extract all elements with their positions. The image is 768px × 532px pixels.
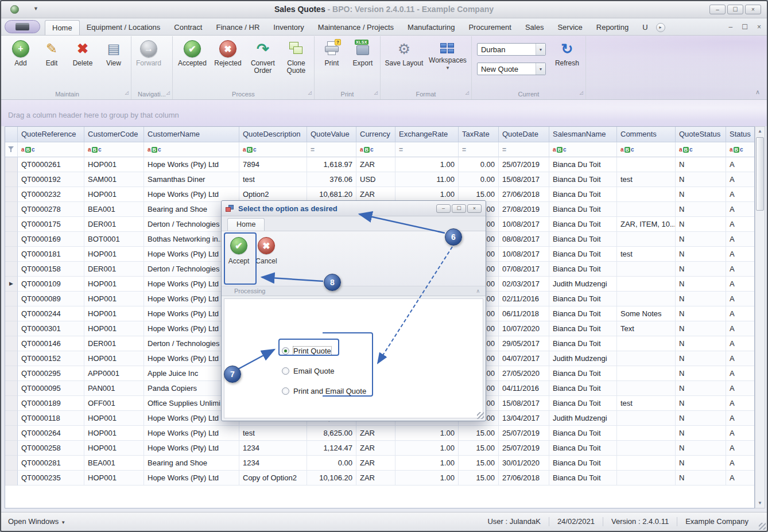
cancel-button[interactable]: ✖ Cancel — [253, 234, 280, 282]
scroll-down-icon[interactable]: ▼ — [755, 499, 765, 508]
grid-cell[interactable]: 15/08/2017 — [499, 396, 549, 411]
grid-cell[interactable]: QT0000118 — [18, 411, 84, 426]
table-row[interactable]: QT0000258HOP001Hope Works (Pty) Ltd12341… — [5, 441, 754, 456]
grid-cell[interactable]: N — [676, 306, 726, 321]
grid-cell[interactable]: QT0000152 — [18, 351, 84, 366]
tab-contract[interactable]: Contract — [167, 20, 209, 35]
grid-cell[interactable]: Bianca Du Toit — [549, 471, 617, 486]
grid-cell[interactable] — [617, 441, 676, 456]
accept-button[interactable]: ✔ Accept — [225, 234, 253, 282]
grid-cell[interactable]: A — [726, 217, 755, 232]
tab-finance-hr[interactable]: Finance / HR — [209, 20, 266, 35]
grid-cell[interactable]: QT0000278 — [18, 202, 84, 217]
grid-cell[interactable]: QT0000244 — [18, 306, 84, 321]
tab-service[interactable]: Service — [550, 20, 589, 35]
grid-cell[interactable] — [617, 336, 676, 351]
grid-cell[interactable]: test — [617, 247, 676, 262]
grid-cell[interactable] — [617, 381, 676, 396]
table-row[interactable]: QT0000261HOP001Hope Works (Pty) Ltd78941… — [5, 157, 754, 172]
accepted-button[interactable]: ✔ Accepted — [174, 37, 210, 86]
grid-cell[interactable]: N — [676, 426, 726, 441]
grid-cell[interactable]: HOP001 — [84, 351, 144, 366]
grid-cell[interactable]: QT0000264 — [18, 426, 84, 441]
table-row[interactable]: QT0000264HOP001Hope Works (Pty) Ltdtest8… — [5, 426, 754, 441]
tab-reporting[interactable]: Reporting — [589, 20, 635, 35]
dialog-close-button[interactable]: × — [467, 204, 482, 213]
convert-order-button[interactable]: ↷ Convert Order — [246, 37, 280, 86]
grid-cell[interactable] — [617, 157, 676, 172]
grid-cell[interactable]: Bianca Du Toit — [549, 366, 617, 381]
grid-cell[interactable]: 1.00 — [395, 426, 459, 441]
grid-cell[interactable]: BOT0001 — [84, 232, 144, 247]
grid-cell[interactable]: N — [676, 262, 726, 277]
grid-cell[interactable]: A — [726, 471, 755, 486]
grid-cell[interactable]: 25/07/2019 — [499, 157, 549, 172]
grid-cell[interactable]: Bianca Du Toit — [549, 202, 617, 217]
grid-cell[interactable] — [617, 277, 676, 292]
filter-cell-customername[interactable]: aBc — [144, 142, 239, 157]
grid-cell[interactable]: A — [726, 381, 755, 396]
grid-cell[interactable]: 04/11/2016 — [499, 381, 549, 396]
grid-cell[interactable]: N — [676, 396, 726, 411]
grid-cell[interactable]: HOP001 — [84, 471, 144, 486]
grid-group-panel[interactable]: Drag a column header here to group by th… — [1, 100, 767, 126]
filter-cell-salesmanname[interactable]: aBc — [549, 142, 617, 157]
grid-cell[interactable] — [617, 426, 676, 441]
child-close-button[interactable]: × — [757, 23, 761, 31]
grid-cell[interactable]: 30/01/2020 — [499, 456, 549, 471]
grid-cell[interactable]: QT0000261 — [18, 157, 84, 172]
grid-cell[interactable]: Bianca Du Toit — [549, 187, 617, 202]
open-windows-dropdown[interactable]: Open Windows▼ — [8, 512, 65, 532]
grid-cell[interactable]: A — [726, 411, 755, 426]
grid-cell[interactable]: 27/08/2019 — [499, 202, 549, 217]
grid-cell[interactable]: A — [726, 172, 755, 187]
grid-cell[interactable]: Some Notes — [617, 306, 676, 321]
grid-cell[interactable]: Text — [617, 321, 676, 336]
grid-cell[interactable]: QT0000301 — [18, 321, 84, 336]
grid-cell[interactable]: 15.00 — [459, 471, 499, 486]
grid-cell[interactable]: QT0000281 — [18, 456, 84, 471]
dialog-launcher-icon[interactable]: ◿ — [466, 88, 469, 98]
grid-cell[interactable]: N — [676, 172, 726, 187]
tab-equipment-locations[interactable]: Equipment / Locations — [80, 20, 168, 35]
grid-cell[interactable]: Bianca Du Toit — [549, 321, 617, 336]
grid-cell[interactable]: 02/11/2016 — [499, 292, 549, 306]
grid-cell[interactable]: APP0001 — [84, 366, 144, 381]
grid-cell[interactable]: 13/04/2017 — [499, 411, 549, 426]
vertical-scrollbar[interactable]: ▲ ▼ — [755, 126, 765, 508]
grid-cell[interactable]: QT0000295 — [18, 366, 84, 381]
column-header-currency[interactable]: Currency — [356, 127, 395, 142]
grid-cell[interactable]: Hope Works (Pty) Ltd — [144, 426, 239, 441]
grid-cell[interactable]: A — [726, 366, 755, 381]
filter-cell-exchangerate[interactable]: = — [395, 142, 459, 157]
column-header-salesmanname[interactable]: SalesmanName — [549, 127, 617, 142]
grid-cell[interactable]: 11.00 — [395, 172, 459, 187]
grid-cell[interactable]: N — [676, 441, 726, 456]
workspaces-button[interactable]: Workspaces ▼ — [426, 37, 470, 86]
grid-cell[interactable]: 29/05/2017 — [499, 336, 549, 351]
grid-cell[interactable]: 1234 — [239, 441, 307, 456]
grid-cell[interactable]: N — [676, 351, 726, 366]
grid-cell[interactable]: USD — [356, 172, 395, 187]
grid-cell[interactable]: QT0000235 — [18, 471, 84, 486]
refresh-button[interactable]: ↻ Refresh — [550, 37, 584, 86]
grid-cell[interactable]: HOP001 — [84, 441, 144, 456]
grid-cell[interactable]: QT0000109 — [18, 277, 84, 292]
grid-cell[interactable]: N — [676, 471, 726, 486]
grid-cell[interactable]: Bianca Du Toit — [549, 441, 617, 456]
column-header-customername[interactable]: CustomerName — [144, 127, 239, 142]
view-button[interactable]: ▤ View — [98, 37, 129, 86]
grid-cell[interactable]: 10,106.20 — [307, 471, 356, 486]
grid-cell[interactable]: Hope Works (Pty) Ltd — [144, 441, 239, 456]
grid-cell[interactable]: 10/08/2017 — [499, 217, 549, 232]
filter-cell-currency[interactable]: aBc — [356, 142, 395, 157]
grid-cell[interactable]: 15/08/2017 — [499, 172, 549, 187]
chevron-down-icon[interactable]: ▼ — [536, 44, 545, 55]
grid-cell[interactable]: A — [726, 277, 755, 292]
grid-cell[interactable]: ZAR — [356, 441, 395, 456]
grid-cell[interactable]: HOP001 — [84, 426, 144, 441]
dialog-launcher-icon[interactable]: ◿ — [374, 88, 378, 98]
column-header-comments[interactable]: Comments — [617, 127, 676, 142]
chevron-down-icon[interactable]: ▼ — [536, 63, 545, 75]
grid-cell[interactable]: N — [676, 292, 726, 306]
